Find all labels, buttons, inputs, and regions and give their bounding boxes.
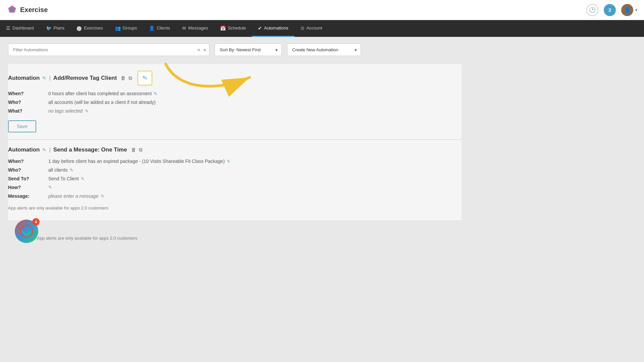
auto2-sendto-value: Send To Client ✎	[48, 176, 462, 181]
automation-2-title-row: Automation ✎ | Send a Message: One Time …	[8, 146, 462, 153]
auto1-what-label: What?	[8, 108, 48, 114]
app-alerts-text-1: App alerts are only available for apps 2…	[8, 202, 462, 214]
account-icon: ⊙	[301, 25, 305, 31]
filter-row: ✕ ▾ Sort By: Newest First Create New Aut…	[8, 44, 462, 56]
user-avatar: 👤	[621, 4, 633, 16]
notification-badge[interactable]: 3	[604, 4, 616, 16]
auto2-who-value: all clients ✎	[48, 167, 462, 173]
sort-wrap: Sort By: Newest First	[215, 44, 282, 56]
nav-item-clients[interactable]: 👤 Clients	[143, 20, 176, 37]
auto2-message-value: please enter a message ✎	[48, 193, 462, 199]
top-right: 🕐 3 👤 ▾	[586, 4, 637, 16]
auto2-who-edit-icon[interactable]: ✎	[70, 168, 73, 173]
schedule-icon: 📅	[220, 25, 226, 31]
auto2-when-label: When?	[8, 159, 48, 164]
dashboard-icon: ☰	[6, 25, 10, 31]
automation-2-copy-icon[interactable]: ⧉	[139, 147, 143, 153]
automation-1-title-row: Automation ✎ | Add/Remove Tag Client 🗑 ⧉…	[8, 71, 462, 85]
nav-item-automations[interactable]: ✔ Automations	[252, 20, 294, 37]
auto2-field-message: Message: please enter a message ✎	[8, 193, 462, 199]
nav-item-schedule[interactable]: 📅 Schedule	[214, 20, 252, 37]
filter-chevron-icon[interactable]: ▾	[204, 47, 206, 53]
create-btn-label: Create New Automation	[292, 47, 338, 52]
nav-item-account[interactable]: ⊙ Account	[294, 20, 328, 37]
automation-1-delete-icon[interactable]: 🗑	[121, 75, 126, 81]
automation-card-1: Automation ✎ | Add/Remove Tag Client 🗑 ⧉…	[8, 64, 462, 139]
groups-icon: 👥	[115, 25, 121, 31]
nav-label-groups: Groups	[123, 25, 137, 31]
nav-label-account: Account	[307, 25, 322, 31]
nav-item-dashboard[interactable]: ☰ Dashboard	[0, 20, 40, 37]
exercises-icon: ⬤	[76, 25, 82, 31]
auto1-who-label: Who?	[8, 100, 48, 105]
automation-1-action-icons: 🗑 ⧉	[121, 75, 132, 81]
plans-icon: 🐦	[46, 25, 52, 31]
auto1-what-value: no tags selected ✎	[48, 108, 462, 114]
auto1-when-value: 0 hours after client has completed an as…	[48, 91, 462, 96]
create-btn-wrap: Create New Automation	[287, 44, 361, 56]
automation-2-name: Send a Message: One Time	[53, 146, 127, 153]
auto1-what-edit-icon[interactable]: ✎	[85, 109, 88, 114]
auto1-save-button[interactable]: Save	[8, 120, 36, 132]
bottom-section: 4 App alerts are only available for apps…	[8, 221, 462, 255]
nav-label-automations: Automations	[264, 25, 288, 31]
nav-item-plans[interactable]: 🐦 Plans	[40, 20, 71, 37]
auto2-field-who: Who? all clients ✎	[8, 167, 462, 173]
auto2-field-when: When? 1 day before client has an expired…	[8, 159, 462, 164]
auto1-when-label: When?	[8, 91, 48, 96]
automations-icon: ✔	[258, 25, 262, 31]
auto2-when-edit-icon[interactable]: ✎	[227, 159, 230, 164]
auto1-field-what: What? no tags selected ✎	[8, 108, 462, 114]
nav-bar: ☰ Dashboard 🐦 Plans ⬤ Exercises 👥 Groups…	[0, 20, 644, 37]
clock-icon-btn[interactable]: 🕐	[586, 4, 598, 16]
auto2-field-sendto: Send To? Send To Client ✎	[8, 176, 462, 181]
filter-icons[interactable]: ✕ ▾	[197, 47, 206, 53]
bubble-badge: 4	[32, 218, 40, 226]
auto2-how-edit-icon[interactable]: ✎	[48, 185, 52, 190]
main-content: ✕ ▾ Sort By: Newest First Create New Aut…	[0, 37, 470, 262]
app-alerts-text-2: App alerts are only available for apps 2…	[37, 232, 137, 244]
highlight-edit-button[interactable]: ✎	[138, 71, 152, 85]
auto2-message-label: Message:	[8, 193, 48, 199]
auto2-field-how: How? ✎	[8, 185, 462, 190]
clients-icon: 👤	[149, 25, 155, 31]
auto1-who-value: all accounts (will be added as a client …	[48, 100, 462, 105]
nav-item-exercises[interactable]: ⬤ Exercises	[70, 20, 109, 37]
automation-1-title-edit-icon[interactable]: ✎	[42, 75, 46, 81]
sort-select[interactable]: Sort By: Newest First	[215, 44, 282, 56]
automation-2-title-edit-icon[interactable]: ✎	[42, 147, 46, 153]
nav-label-clients: Clients	[157, 25, 170, 31]
auto1-field-when: When? 0 hours after client has completed…	[8, 91, 462, 96]
clear-icon[interactable]: ✕	[197, 47, 201, 53]
nav-item-groups[interactable]: 👥 Groups	[109, 20, 143, 37]
separator-2: |	[49, 146, 50, 153]
automation-2-delete-icon[interactable]: 🗑	[131, 147, 136, 153]
clock-icon: 🕐	[589, 7, 596, 13]
logo-icon	[7, 5, 17, 15]
logo-area: Exercise	[7, 5, 586, 15]
auto2-message-edit-icon[interactable]: ✎	[100, 194, 104, 199]
nav-label-exercises: Exercises	[84, 25, 103, 31]
separator-1: |	[49, 75, 50, 81]
auto2-sendto-edit-icon[interactable]: ✎	[81, 176, 85, 181]
auto2-sendto-label: Send To?	[8, 176, 48, 181]
pencil-icon: ✎	[142, 74, 148, 82]
auto2-how-value: ✎	[48, 185, 462, 190]
nav-label-messages: Messages	[188, 25, 208, 31]
notification-bubble[interactable]: 4	[15, 220, 38, 243]
auto2-when-value: 1 day before client has an expired packa…	[48, 159, 462, 164]
avatar-chevron-icon: ▾	[635, 8, 637, 12]
filter-input[interactable]	[8, 44, 209, 56]
automation-1-name: Add/Remove Tag Client	[53, 75, 117, 81]
nav-label-plans: Plans	[54, 25, 65, 31]
automation-1-copy-icon[interactable]: ⧉	[128, 75, 132, 81]
messages-icon: ✉	[182, 25, 186, 31]
create-automation-button[interactable]: Create New Automation	[287, 44, 361, 56]
nav-item-messages[interactable]: ✉ Messages	[176, 20, 214, 37]
automation-2-label: Automation	[8, 146, 40, 153]
avatar-area[interactable]: 👤 ▾	[621, 4, 637, 16]
auto1-field-who: Who? all accounts (will be added as a cl…	[8, 100, 462, 105]
automation-2-action-icons: 🗑 ⧉	[131, 147, 143, 153]
auto2-who-label: Who?	[8, 167, 48, 173]
auto1-when-edit-icon[interactable]: ✎	[154, 91, 157, 96]
